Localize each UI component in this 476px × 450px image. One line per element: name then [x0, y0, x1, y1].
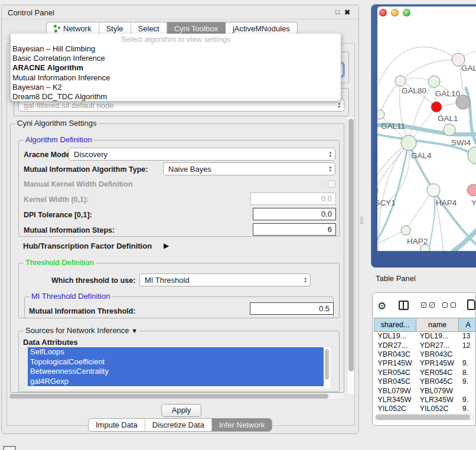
float-panel-icon[interactable]: □ — [335, 8, 340, 15]
network-node[interactable] — [468, 146, 476, 164]
tab-discretize-data[interactable]: Discretize Data — [145, 419, 212, 431]
table-row[interactable]: YBR043CYBR043C — [374, 350, 476, 358]
network-canvas[interactable]: GAL7GAL80GAL10GAL1GAL11SWI4GAL4GCY1HAP4Y… — [377, 6, 476, 251]
cyni-algorithm-settings-title: Cyni Algorithm Settings — [15, 119, 98, 128]
table-panel-title: Table Panel — [376, 274, 416, 283]
which-threshold-combo[interactable]: MI Threshold ▴▾ — [139, 273, 311, 286]
gear-icon[interactable]: ⚙ — [377, 300, 386, 312]
table-row[interactable]: YBL079WYBL079W — [374, 386, 476, 395]
node-label: GAL1 — [438, 114, 458, 123]
scrollbar-thumb[interactable] — [9, 394, 328, 399]
table-cell: YLR345W — [374, 395, 416, 404]
table-row[interactable]: YBR045CYBR045C9. — [374, 377, 476, 386]
cyni-bottom-tabbar: Impute DataDiscretize DataInfer Network — [88, 418, 272, 432]
column-header-shared...[interactable]: shared... — [374, 318, 416, 332]
sources-group-title[interactable]: Sources for Network Inference ▼ — [24, 327, 139, 335]
tab-label: Network — [63, 24, 92, 33]
network-node-gal11[interactable] — [377, 110, 384, 119]
columns-icon[interactable] — [399, 301, 409, 310]
dpi-tolerance-field[interactable]: 0.0 — [253, 208, 336, 220]
network-node-gcy1[interactable] — [377, 186, 378, 195]
network-node-hap2[interactable] — [401, 226, 410, 235]
data-attributes-list[interactable]: SelfLoopsTopologicalCoefficientBetweenne… — [28, 347, 330, 389]
settings-vertical-scrollbar[interactable] — [347, 118, 354, 394]
unchecked-checkbox-icon[interactable] — [442, 302, 448, 308]
network-edge — [378, 47, 458, 84]
network-node-gal4[interactable] — [401, 135, 416, 151]
column-header-name[interactable]: name — [416, 318, 459, 332]
data-attributes-label: Data Attributes — [23, 338, 78, 347]
tab-cyni-toolbox[interactable]: Cyni Toolbox — [167, 22, 226, 35]
algorithm-option[interactable]: Bayesian – Hill Climbing — [12, 44, 341, 54]
scrollbar-thumb[interactable] — [348, 119, 354, 371]
algorithm-option[interactable]: ARACNE Algorithm — [12, 63, 341, 73]
tab-impute-data[interactable]: Impute Data — [89, 419, 145, 431]
table-row[interactable]: YIL052CYIL052C9. — [374, 405, 476, 413]
tab-infer-network[interactable]: Infer Network — [212, 419, 272, 431]
scrollbar-thumb[interactable] — [376, 415, 470, 420]
network-node-swi4[interactable] — [444, 124, 455, 136]
kernel-width-field[interactable]: 0.0 — [250, 193, 336, 205]
tab-select[interactable]: Select — [131, 22, 167, 35]
table-row[interactable]: YDR27...YDR27...12 — [374, 341, 476, 350]
hub-section-label[interactable]: Hub/Transcription Factor Definition — [23, 242, 152, 250]
table-row[interactable]: YDL19...YDL19...13 — [374, 332, 476, 341]
table-cell — [459, 386, 476, 395]
algorithm-option[interactable]: Mutual Information Inference — [12, 73, 341, 83]
settings-horizontal-scrollbar[interactable] — [8, 393, 345, 400]
table-cell: YIL052C — [374, 405, 416, 413]
which-threshold-value: MI Threshold — [145, 276, 190, 285]
node-label: HAP4 — [436, 198, 457, 207]
algorithm-option[interactable]: Basic Correlation Inference — [12, 54, 341, 63]
unchecked-checkbox-icon[interactable] — [451, 302, 456, 308]
scrollbar-thumb[interactable] — [325, 349, 329, 380]
table-row[interactable]: YER054CYER054C8. — [374, 368, 476, 377]
collapse-arrow-icon[interactable]: ▼ — [131, 327, 138, 334]
network-node-gal10[interactable] — [428, 76, 440, 87]
algorithm-option[interactable]: Bayesian – K2 — [12, 83, 341, 92]
network-node-gal80[interactable] — [395, 76, 406, 86]
network-node[interactable] — [456, 95, 470, 109]
network-node-hap4[interactable] — [427, 184, 440, 197]
network-node[interactable] — [420, 244, 430, 251]
mi-steps-field[interactable]: 6 — [253, 223, 336, 236]
split-pane-handle[interactable] — [360, 217, 363, 224]
sources-title-text: Sources for Network Inference — [25, 326, 129, 335]
tab-label: Style — [106, 24, 123, 33]
expand-arrow-icon[interactable]: ▶ — [164, 242, 169, 250]
tab-style[interactable]: Style — [99, 22, 131, 35]
attribute-list-item[interactable]: gal4RGexp — [28, 377, 324, 387]
table-row[interactable]: YPR145WYPR145W9. — [374, 359, 476, 368]
close-panel-icon[interactable]: ✖ — [344, 8, 350, 17]
network-node-y[interactable] — [467, 184, 476, 196]
aracne-mode-combo[interactable]: Discovery ▴▾ — [69, 148, 335, 161]
attribute-list-item[interactable]: TopologicalCoefficient — [28, 357, 324, 367]
table-horizontal-scrollbar[interactable] — [374, 413, 475, 420]
table-cell: 9. — [459, 377, 476, 386]
network-node-gal1[interactable] — [431, 102, 442, 112]
apply-button[interactable]: Apply — [161, 404, 201, 417]
mi-algorithm-type-combo[interactable]: Naive Bayes ▴▾ — [163, 162, 335, 175]
mi-threshold-field[interactable]: 0.5 — [250, 302, 334, 315]
attribute-list-item[interactable]: SelfLoops — [28, 347, 324, 357]
node-label: GAL11 — [381, 122, 405, 131]
table-row[interactable]: YLR345WYLR345W9. — [374, 395, 476, 404]
node-label: GAL4 — [411, 151, 432, 160]
document-icon[interactable] — [467, 299, 475, 310]
attributes-scrollbar[interactable] — [324, 348, 330, 387]
algorithm-definition-title: Algorithm Definition — [24, 136, 94, 144]
mi-steps-label: Mutual Information Steps: — [24, 226, 115, 234]
checked-checkbox-icon[interactable]: ✓ — [421, 302, 426, 308]
tab-network[interactable]: Network — [47, 22, 99, 35]
manual-kernel-width-checkbox[interactable] — [328, 180, 335, 188]
checked-checkbox-icon[interactable]: ✓ — [429, 302, 435, 308]
column-header-A[interactable]: A — [459, 318, 476, 332]
kernel-width-label: Kernel Width (0,1): — [24, 195, 89, 204]
table-cell: YBR043C — [416, 350, 459, 358]
algorithm-option[interactable]: Dream8 DC_TDC Algorithm — [12, 92, 341, 102]
table-cell: YER054C — [416, 368, 459, 377]
attribute-list-item[interactable]: BetweennessCentrality — [28, 367, 324, 377]
tab-jactivemnodules[interactable]: jActiveMNodules — [226, 22, 297, 35]
table-cell — [459, 350, 476, 358]
docked-panel-button[interactable] — [3, 446, 16, 450]
